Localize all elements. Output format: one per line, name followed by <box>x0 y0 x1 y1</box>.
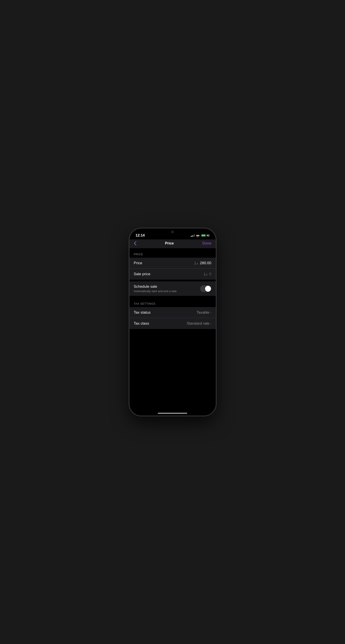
sale-price-row[interactable]: Sale price د.إ 0 <box>129 269 216 280</box>
home-indicator <box>158 413 187 414</box>
chevron-left-icon <box>134 241 136 246</box>
price-section-label: PRICE <box>129 248 216 258</box>
battery-container: 92 <box>201 234 209 237</box>
price-label: Price <box>134 261 142 265</box>
battery-icon <box>201 234 206 237</box>
status-icons: 92 <box>191 234 209 237</box>
tax-status-chevron-icon: › <box>210 311 211 314</box>
price-value-container: د.إ 280.00 <box>195 261 211 265</box>
schedule-sale-row: Schedule sale Automatically start and en… <box>129 281 216 296</box>
sale-price-label: Sale price <box>134 272 151 276</box>
sale-price-value-container: د.إ 0 <box>204 272 211 276</box>
sale-price-currency: د.إ <box>204 272 207 276</box>
notch <box>159 228 186 236</box>
signal-bars-icon <box>191 234 195 237</box>
sale-price-value: 0 <box>209 272 211 276</box>
schedule-sale-subtitle: Automatically start and end a sale <box>134 290 200 293</box>
phone-frame: 12:14 <box>129 228 216 416</box>
tax-card: Tax status Taxable › Tax class Standard … <box>129 307 216 329</box>
tax-class-chevron-icon: › <box>210 322 211 325</box>
tax-status-label: Tax status <box>134 310 151 315</box>
tax-class-label: Tax class <box>134 321 149 326</box>
toggle-thumb <box>205 286 211 292</box>
price-card: Price د.إ 280.00 Sale price د.إ 0 <box>129 258 216 280</box>
page-title: Price <box>165 241 174 246</box>
back-button[interactable] <box>134 241 136 246</box>
wifi-icon <box>196 234 200 237</box>
price-row[interactable]: Price د.إ 280.00 <box>129 258 216 269</box>
page-content: PRICE Price د.إ 280.00 Sale price <box>129 248 216 416</box>
schedule-sale-toggle[interactable] <box>200 285 211 292</box>
navigation-bar: Price Done <box>129 240 216 248</box>
tax-status-value-container: Taxable › <box>196 310 211 315</box>
schedule-sale-card: Schedule sale Automatically start and en… <box>129 281 216 296</box>
tax-class-value-container: Standard rate › <box>187 321 211 326</box>
tax-settings-section-label: TAX SETTINGS <box>129 298 216 307</box>
status-time: 12:14 <box>136 233 145 238</box>
battery-fill <box>201 234 205 236</box>
tax-status-value: Taxable <box>196 310 209 315</box>
done-button[interactable]: Done <box>202 241 211 246</box>
tax-class-row[interactable]: Tax class Standard rate › <box>129 318 216 329</box>
price-currency: د.إ <box>195 261 198 265</box>
camera-dot <box>171 231 174 233</box>
schedule-sale-title: Schedule sale <box>134 284 200 289</box>
phone-screen: 12:14 <box>129 228 216 416</box>
tax-status-row[interactable]: Tax status Taxable › <box>129 307 216 318</box>
tax-class-value: Standard rate <box>187 321 209 326</box>
battery-percent: 92 <box>207 234 209 237</box>
schedule-sale-text: Schedule sale Automatically start and en… <box>134 284 200 293</box>
price-value: 280.00 <box>200 261 211 265</box>
